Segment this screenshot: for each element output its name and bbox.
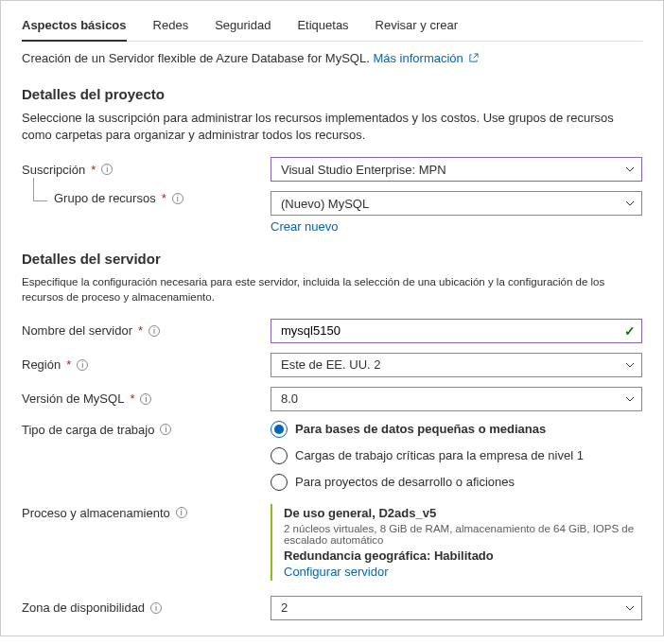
compute-georedundancy: Redundancia geográfica: Habilitado [284, 548, 642, 563]
resource-group-label: Grupo de recursos [54, 191, 156, 205]
required-indicator: * [130, 392, 134, 406]
region-label: Región [22, 357, 61, 372]
checkmark-icon: ✓ [624, 323, 636, 339]
compute-specs: 2 núcleos virtuales, 8 GiB de RAM, almac… [284, 523, 642, 546]
compute-sku: De uso general, D2ads_v5 [284, 506, 642, 520]
chevron-down-icon [624, 164, 636, 175]
info-icon[interactable]: i [140, 393, 151, 405]
info-icon[interactable]: i [101, 164, 113, 175]
intro-text: Creación de un Servidor flexible de Azur… [22, 51, 642, 65]
radio-icon [271, 421, 288, 438]
subscription-select[interactable]: Visual Studio Enterprise: MPN [271, 157, 642, 182]
tab-security[interactable]: Seguridad [215, 12, 271, 41]
region-select[interactable]: Este de EE. UU. 2 [271, 353, 642, 377]
workload-radio-tier1[interactable]: Cargas de trabajo críticas para la empre… [271, 447, 642, 464]
intro-description: Creación de un Servidor flexible de Azur… [22, 51, 370, 65]
info-icon[interactable]: i [77, 359, 88, 371]
tab-networking[interactable]: Redes [153, 12, 189, 41]
required-indicator: * [66, 357, 71, 372]
required-indicator: * [138, 323, 143, 338]
external-link-icon [468, 53, 479, 63]
server-details-heading: Detalles del servidor [22, 251, 642, 267]
tab-basics[interactable]: Aspectos básicos [22, 12, 127, 42]
server-details-desc: Especifique la configuración necesaria p… [22, 274, 642, 305]
chevron-down-icon [624, 198, 636, 209]
availability-zone-label: Zona de disponibilidad [22, 600, 145, 615]
required-indicator: * [91, 163, 96, 177]
chevron-down-icon [624, 393, 636, 405]
project-details-heading: Detalles del proyecto [22, 86, 642, 102]
subscription-label: Suscripción [22, 163, 85, 177]
mysql-version-select[interactable]: 8.0 [271, 387, 642, 411]
info-icon[interactable]: i [150, 602, 162, 614]
mysql-version-label: Versión de MySQL [22, 392, 124, 406]
configure-server-link[interactable]: Configurar servidor [284, 565, 642, 579]
workload-radio-dev[interactable]: Para proyectos de desarrollo o aficiones [271, 474, 642, 491]
workload-radio-small-medium[interactable]: Para bases de datos pequeñas o medianas [271, 421, 642, 438]
info-icon[interactable]: i [160, 424, 171, 435]
resource-group-select[interactable]: (Nuevo) MySQL [271, 191, 642, 216]
server-name-label: Nombre del servidor [22, 323, 132, 338]
radio-icon [271, 474, 288, 491]
tabs-bar: Aspectos básicos Redes Seguridad Etiquet… [22, 12, 642, 42]
required-indicator: * [162, 191, 166, 205]
project-details-desc: Seleccione la suscripción para administr… [22, 110, 642, 144]
server-name-input[interactable]: ✓ [271, 319, 642, 343]
chevron-down-icon [624, 359, 636, 371]
workload-type-label: Tipo de carga de trabajo [22, 423, 154, 437]
info-icon[interactable]: i [176, 507, 187, 518]
compute-storage-label: Proceso y almacenamiento [22, 506, 170, 520]
info-icon[interactable]: i [149, 325, 160, 337]
compute-summary: De uso general, D2ads_v5 2 núcleos virtu… [271, 504, 642, 581]
tab-review[interactable]: Revisar y crear [376, 12, 458, 41]
tab-tags[interactable]: Etiquetas [297, 12, 348, 41]
availability-zone-select[interactable]: 2 [271, 596, 642, 620]
chevron-down-icon [624, 602, 636, 614]
learn-more-link[interactable]: Más información [373, 51, 479, 65]
info-icon[interactable]: i [172, 193, 183, 204]
create-new-link[interactable]: Crear nuevo [271, 219, 642, 234]
radio-icon [271, 447, 288, 464]
